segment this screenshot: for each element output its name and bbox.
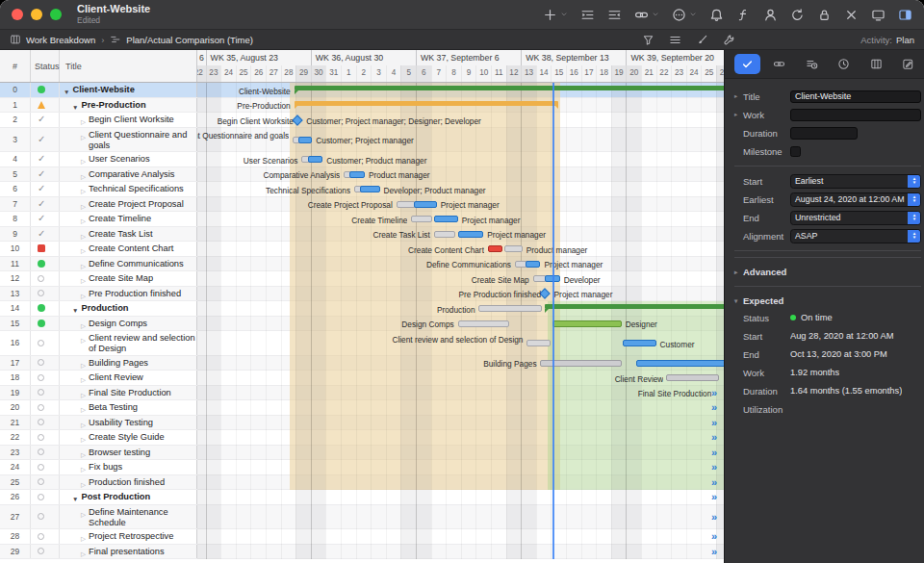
- select-value: August 24, 2020 at 12:00 AM: [791, 194, 908, 204]
- link-tab[interactable]: [766, 54, 792, 74]
- plus-icon[interactable]: [543, 8, 557, 22]
- task-bar[interactable]: [666, 374, 719, 381]
- zoom-window-button[interactable]: [50, 9, 62, 20]
- task-bar[interactable]: [623, 340, 655, 346]
- brush-icon[interactable]: [696, 34, 708, 46]
- summary-bar[interactable]: [295, 86, 724, 90]
- clipped-bar-indicator: »: [711, 492, 717, 501]
- close-window-button[interactable]: [12, 9, 23, 20]
- task-bar[interactable]: [414, 201, 436, 208]
- sidebar-icon[interactable]: [898, 8, 912, 22]
- task-title-cell: ▷Client review and selection of Design: [60, 331, 197, 355]
- disclosure-icon[interactable]: ▸: [734, 269, 743, 276]
- task-title: Client-Website: [72, 85, 134, 95]
- user-icon[interactable]: [763, 8, 778, 22]
- breadcrumb-section[interactable]: Work Breakdown: [26, 35, 95, 45]
- status-cell: [31, 446, 60, 460]
- columns-tab[interactable]: [863, 54, 889, 74]
- outdent-icon[interactable]: [580, 8, 595, 22]
- resource-label: Project manager: [441, 200, 500, 210]
- task-bar[interactable]: [458, 231, 484, 238]
- status-cell: [31, 490, 60, 504]
- field-label: Start: [734, 331, 790, 342]
- start-select[interactable]: Earliest▲▼: [790, 174, 921, 189]
- stepper-arrows-icon[interactable]: ▲▼: [908, 193, 920, 206]
- task-name-label: Create Site Map: [241, 275, 529, 285]
- stepper-arrows-icon[interactable]: ▲▼: [908, 230, 920, 243]
- minimize-window-button[interactable]: [31, 9, 42, 20]
- task-bar[interactable]: [552, 320, 622, 327]
- baseline-bar[interactable]: [504, 245, 523, 252]
- end-select[interactable]: Unrestricted▲▼: [790, 211, 921, 225]
- summary-bar[interactable]: [545, 304, 724, 309]
- breadcrumb-view[interactable]: Plan/Actual Comparison (Time): [126, 35, 253, 45]
- field-label: End: [734, 213, 790, 223]
- stepper-arrows-icon[interactable]: ▲▼: [908, 175, 920, 188]
- milestone-checkbox[interactable]: [790, 146, 801, 157]
- list-clock-tab[interactable]: [799, 54, 825, 74]
- list-icon[interactable]: [669, 34, 681, 46]
- task-bar[interactable]: [434, 216, 458, 222]
- day-header-cell: 23: [671, 65, 686, 82]
- earliest-select[interactable]: August 24, 2020 at 12:00 AM▲▼: [790, 192, 921, 207]
- filter-icon[interactable]: [642, 34, 654, 46]
- leaf-triangle-icon: ▷: [81, 320, 86, 331]
- section-advanced[interactable]: ▸Advanced: [734, 257, 921, 280]
- day-gridline: [671, 83, 672, 559]
- activity-value[interactable]: Plan: [896, 35, 914, 45]
- wrench-icon[interactable]: [723, 34, 735, 46]
- disclosure-triangle-icon[interactable]: ▼: [72, 494, 78, 504]
- task-bar[interactable]: [526, 261, 541, 268]
- indent-icon[interactable]: [607, 8, 622, 22]
- baseline-bar[interactable]: [458, 320, 509, 327]
- lock-icon[interactable]: [817, 8, 832, 22]
- task-title-cell: ▼Client-Website: [60, 83, 197, 97]
- compose-tab[interactable]: [895, 54, 921, 74]
- row-number: 27: [0, 505, 31, 529]
- chevron-down-icon[interactable]: [652, 11, 659, 18]
- title-input[interactable]: Client-Website: [790, 90, 921, 103]
- stepper-arrows-icon[interactable]: ▲▼: [908, 212, 920, 224]
- close-icon[interactable]: [844, 8, 859, 22]
- row-number: 26: [0, 490, 31, 504]
- chevron-down-icon[interactable]: [560, 11, 568, 18]
- function-icon[interactable]: [736, 8, 751, 22]
- more-icon[interactable]: [672, 8, 686, 22]
- disclosure-triangle-icon[interactable]: ▼: [72, 305, 78, 316]
- check-tab[interactable]: [734, 54, 760, 74]
- clock-tab[interactable]: [831, 54, 857, 74]
- day-header-cell: 12: [506, 65, 522, 82]
- duration-input[interactable]: [790, 127, 858, 140]
- task-bar[interactable]: [636, 360, 724, 367]
- task-bar[interactable]: [349, 171, 365, 178]
- display-icon[interactable]: [871, 8, 886, 22]
- task-name-label: Client-Website: [197, 87, 291, 96]
- task-bar[interactable]: [308, 156, 323, 163]
- bell-icon[interactable]: [709, 8, 724, 22]
- day-header-cell: 20: [626, 65, 641, 82]
- summary-bar[interactable]: [295, 101, 559, 106]
- row-number: 21: [0, 416, 31, 430]
- baseline-bar[interactable]: [434, 231, 455, 238]
- resource-label: Customer; Project manager; Designer; Dev…: [306, 116, 481, 126]
- work-input[interactable]: [790, 109, 921, 121]
- baseline-bar[interactable]: [478, 305, 542, 312]
- task-bar[interactable]: [360, 186, 379, 192]
- alignment-select[interactable]: ASAP▲▼: [790, 229, 921, 243]
- disclosure-icon[interactable]: ▾: [734, 297, 743, 305]
- link-icon[interactable]: [634, 8, 649, 22]
- baseline-bar[interactable]: [411, 216, 432, 222]
- field-start: StartAug 28, 2020 at 12:00 AM: [734, 327, 921, 345]
- baseline-bar[interactable]: [526, 340, 551, 346]
- task-bar[interactable]: [488, 245, 503, 252]
- task-name-label: Building Pages: [248, 359, 537, 369]
- view-switcher-icon[interactable]: [10, 34, 21, 45]
- chevron-down-icon[interactable]: [689, 11, 697, 18]
- baseline-bar[interactable]: [397, 201, 416, 208]
- task-bar[interactable]: [298, 137, 312, 143]
- disclosure-triangle-icon[interactable]: ▼: [64, 87, 69, 97]
- sync-icon[interactable]: [790, 8, 805, 22]
- disclosure-triangle-icon[interactable]: ▼: [72, 102, 78, 113]
- section-expected[interactable]: ▾Expected: [734, 286, 921, 309]
- column-header-title: Title: [60, 50, 197, 82]
